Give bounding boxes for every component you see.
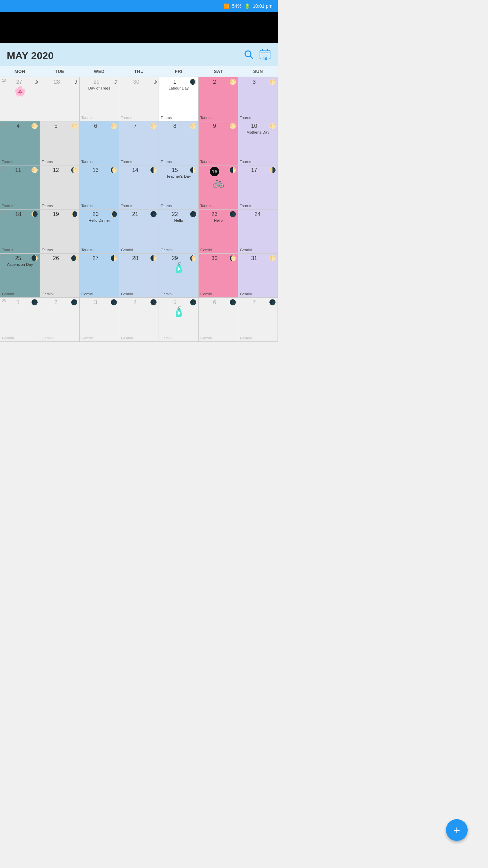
day-number-27: 24 <box>255 211 261 217</box>
moon-phase-19: 🌓 <box>229 167 236 173</box>
calendar-cell-30[interactable]: 27🌓Gemini <box>80 254 119 298</box>
calendar-cell-25[interactable]: 22🌑HelloGemini <box>159 210 199 254</box>
calendar-cell-0[interactable]: 1827☽🌸 <box>0 77 40 121</box>
calendar-grid: 1827☽🌸28☽29☽Day of TreesTaurus30☽Taurus1… <box>0 77 278 342</box>
zodiac-label-15: Taurus <box>42 203 78 208</box>
calendar-cell-27[interactable]: 24Gemini <box>238 210 278 254</box>
cell-top-9: 6🌕 <box>81 123 117 129</box>
day-number-21: 18 <box>15 211 21 217</box>
calendar-cell-28[interactable]: 2225🌒Ascension DayGemini <box>0 254 40 298</box>
calendar-cell-8[interactable]: 5🌕Taurus <box>40 121 80 165</box>
time-display: 10:01 pm <box>253 3 272 9</box>
zodiac-label-9: Taurus <box>81 159 117 164</box>
event-label-26: Hello <box>200 218 236 223</box>
calendar-cell-17[interactable]: 14🌓Taurus <box>119 165 159 210</box>
calendar-cell-12[interactable]: 9🌕Taurus <box>199 121 238 165</box>
calendar-cell-18[interactable]: 15🌓Teacher's DayTaurus <box>159 165 199 210</box>
zodiac-label-2: Taurus <box>81 115 117 120</box>
calendar-cell-16[interactable]: 13🌔Taurus <box>80 165 119 210</box>
calendar-cell-35[interactable]: 231🌑Gemini <box>0 298 40 342</box>
day-number-1: 28 <box>54 79 60 85</box>
moon-phase-5: 🌕 <box>229 79 236 85</box>
day-number-17: 14 <box>132 167 138 173</box>
day-number-11: 8 <box>174 123 177 129</box>
calendar-cell-2[interactable]: 29☽Day of TreesTaurus <box>80 77 119 121</box>
moon-phase-33: 🌔 <box>229 255 236 261</box>
calendar-cell-7[interactable]: 194🌕Taurus <box>0 121 40 165</box>
calendar-cell-10[interactable]: 7🌕Taurus <box>119 121 159 165</box>
calendar-cell-15[interactable]: 12🌔Taurus <box>40 165 80 210</box>
day-number-30: 27 <box>93 255 99 261</box>
today-button[interactable]: 16 <box>259 48 271 63</box>
calendar-cell-26[interactable]: 23🌑HelloGemini <box>199 210 238 254</box>
calendar-cell-6[interactable]: 3🌕Taurus <box>238 77 278 121</box>
calendar-cell-13[interactable]: 10🌕Mother's DayTaurus <box>238 121 278 165</box>
calendar-cell-32[interactable]: 29🌔🧴Gemini <box>159 254 199 298</box>
cell-top-13: 10🌕 <box>240 123 276 129</box>
zodiac-label-21: Taurus <box>2 247 38 252</box>
zodiac-label-31: Gemini <box>121 291 157 296</box>
calendar-cell-11[interactable]: 8🌕Taurus <box>159 121 199 165</box>
day-number-15: 12 <box>53 167 59 173</box>
calendar-cell-9[interactable]: 6🌕Taurus <box>80 121 119 165</box>
search-button[interactable] <box>243 49 253 62</box>
calendar-cell-19[interactable]: 16🌓🚲Taurus <box>199 165 238 210</box>
week-num-7: 19 <box>2 123 6 126</box>
zodiac-label-7: Taurus <box>2 159 38 164</box>
zodiac-label-29: Gemini <box>42 291 78 296</box>
cell-top-6: 3🌕 <box>240 79 276 85</box>
calendar-cell-24[interactable]: 21🌑Gemini <box>119 210 159 254</box>
cell-top-3: 30☽ <box>121 79 157 85</box>
day-number-24: 21 <box>132 211 138 217</box>
calendar-cell-3[interactable]: 30☽Taurus <box>119 77 159 121</box>
zodiac-label-33: Gemini <box>200 291 236 296</box>
calendar-cell-37[interactable]: 3🌑Gemini <box>80 298 119 342</box>
calendar-cell-1[interactable]: 28☽ <box>40 77 80 121</box>
cell-top-26: 23🌑 <box>200 211 236 217</box>
cell-top-35: 231🌑 <box>2 299 38 305</box>
calendar-cell-36[interactable]: 2🌑Gemini <box>40 298 80 342</box>
moon-phase-30: 🌓 <box>110 255 117 261</box>
calendar-cell-14[interactable]: 2011🌕Taurus <box>0 165 40 210</box>
calendar-cell-41[interactable]: 7🌑Gemini <box>238 298 278 342</box>
cell-top-21: 2118🌘 <box>2 211 38 217</box>
event-label-13: Mother's Day <box>240 130 276 135</box>
calendar-cell-39[interactable]: 5🌑🧴Gemini <box>159 298 199 342</box>
moon-phase-34: 🌕 <box>269 255 276 261</box>
calendar-cell-31[interactable]: 28🌓Gemini <box>119 254 159 298</box>
today-date-label: 16 <box>263 57 267 61</box>
calendar-cell-5[interactable]: 2🌕Taurus <box>199 77 238 121</box>
cell-top-38: 4🌑 <box>121 299 157 305</box>
cell-top-41: 7🌑 <box>240 299 276 305</box>
day-number-25: 22 <box>172 211 178 217</box>
cell-top-34: 31🌕 <box>240 255 276 261</box>
calendar-cell-22[interactable]: 19🌘Taurus <box>40 210 80 254</box>
cell-top-15: 12🌔 <box>42 167 78 173</box>
cell-top-22: 19🌘 <box>42 211 78 217</box>
moon-phase-13: 🌕 <box>269 123 276 129</box>
calendar-cell-4[interactable]: 1🌒Labour DayTaurus <box>159 77 199 121</box>
week-num-21: 21 <box>2 211 6 215</box>
day-number-19: 16 <box>210 167 219 176</box>
svg-line-1 <box>250 56 253 59</box>
calendar-cell-20[interactable]: 17🌗Taurus <box>238 165 278 210</box>
day-number-9: 6 <box>94 123 97 129</box>
cell-top-10: 7🌕 <box>121 123 157 129</box>
day-number-39: 5 <box>174 299 177 305</box>
calendar-cell-23[interactable]: 20🌘Hello DinnerTaurus <box>80 210 119 254</box>
day-number-29: 26 <box>53 255 59 261</box>
cell-top-27: 24 <box>240 211 276 217</box>
calendar-cell-38[interactable]: 4🌑Gemini <box>119 298 159 342</box>
calendar-cell-33[interactable]: 30🌔Gemini <box>199 254 238 298</box>
zodiac-label-8: Taurus <box>42 159 78 164</box>
cell-top-1: 28☽ <box>42 79 78 85</box>
header-icons: 16 <box>243 48 271 63</box>
week-num-35: 23 <box>2 299 6 303</box>
calendar-cell-21[interactable]: 2118🌘Taurus <box>0 210 40 254</box>
calendar-cell-34[interactable]: 31🌕Gemini <box>238 254 278 298</box>
moon-phase-3: ☽ <box>152 79 157 85</box>
calendar-cell-29[interactable]: 26🌒Gemini <box>40 254 80 298</box>
calendar-cell-40[interactable]: 6🌑Gemini <box>199 298 238 342</box>
moon-phase-26: 🌑 <box>229 211 236 217</box>
event-label-4: Labour Day <box>161 86 197 91</box>
